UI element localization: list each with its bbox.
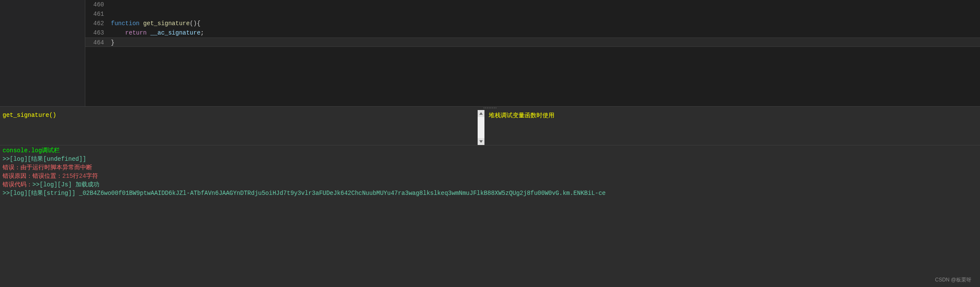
line-number: 460	[85, 0, 111, 9]
expression-text: get_signature()	[3, 112, 56, 119]
input-scrollbar[interactable]	[478, 110, 484, 145]
watermark: CSDN @板栗呀	[935, 276, 971, 284]
line-number: 461	[85, 9, 111, 19]
code-line[interactable]: 461	[85, 9, 980, 19]
console-log-line: >>[log][结果[undefined]]	[3, 155, 977, 163]
console-title: console.log调试栏	[3, 146, 977, 155]
line-number: 464	[85, 38, 111, 46]
code-line-current[interactable]: 464 }	[85, 38, 980, 47]
middle-panel: get_signature() 堆栈调试变量函数时使用	[0, 110, 980, 145]
console-panel[interactable]: console.log调试栏 >>[log][结果[undefined]] 错误…	[0, 145, 980, 287]
line-number: 463	[85, 28, 111, 38]
code-line[interactable]: 460	[85, 0, 980, 9]
stack-debug-label: 堆栈调试变量函数时使用	[489, 112, 554, 119]
side-panel	[0, 0, 85, 106]
stack-debug-info: 堆栈调试变量函数时使用	[484, 110, 980, 145]
splitter-handle-icon	[477, 107, 503, 109]
horizontal-splitter[interactable]	[0, 107, 980, 110]
console-mixed-line: 错误代码：>>[log][Js] 加载成功	[3, 180, 977, 189]
code-content: return __ac_signature;	[111, 28, 980, 38]
code-content	[111, 9, 980, 19]
code-line[interactable]: 462 function get_signature(){	[85, 19, 980, 28]
code-content	[111, 0, 980, 9]
editor-container: 460 461 462 function get_signature(){ 46…	[0, 0, 980, 107]
scrollbar-track[interactable]	[478, 117, 484, 138]
console-error-line: 错误原因：错误位置：215行24字符	[3, 172, 977, 180]
code-line[interactable]: 463 return __ac_signature;	[85, 28, 980, 38]
scroll-up-icon[interactable]	[478, 110, 484, 117]
console-error-line: 错误：由于运行时脚本异常而中断	[3, 163, 977, 172]
console-log-line: >>[log][结果[string]] _02B4Z6wo00f01BW9ptw…	[3, 189, 977, 197]
expression-input[interactable]: get_signature()	[0, 110, 478, 145]
code-content: function get_signature(){	[111, 19, 980, 28]
code-content: }	[111, 38, 980, 46]
code-area[interactable]: 460 461 462 function get_signature(){ 46…	[85, 0, 980, 106]
scroll-down-icon[interactable]	[478, 138, 484, 145]
line-number: 462	[85, 19, 111, 28]
